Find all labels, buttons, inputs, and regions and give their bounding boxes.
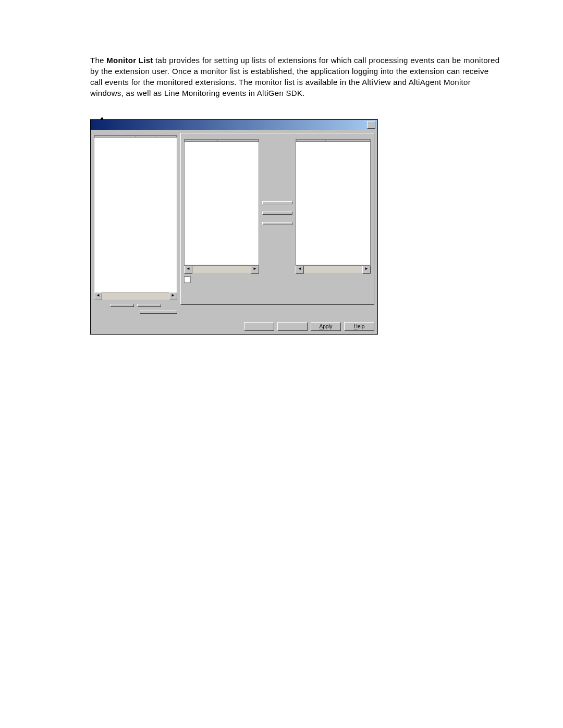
cancel-button[interactable]: [277, 322, 308, 331]
scroll-left-icon[interactable]: ◄: [184, 266, 192, 274]
monitor-list[interactable]: [184, 139, 259, 265]
col-num[interactable]: [95, 136, 115, 138]
apply-to-button[interactable]: [140, 311, 177, 314]
apply-label-rest: pply: [323, 324, 332, 329]
scrollbar-h-ml[interactable]: ◄ ►: [184, 265, 259, 273]
col-number-ma[interactable]: [297, 140, 326, 142]
scrollbar-h-ma[interactable]: ◄ ►: [296, 265, 371, 273]
close-icon[interactable]: [367, 121, 375, 129]
scrollbar-h[interactable]: ◄ ►: [94, 292, 177, 300]
tab-panel-monitor-list: ◄ ►: [180, 133, 374, 305]
ok-button[interactable]: [244, 322, 274, 331]
dialog-window: ◄ ►: [90, 119, 378, 335]
checkbox-icon[interactable]: [184, 276, 191, 283]
col-number-ml[interactable]: [185, 140, 218, 142]
extension-list[interactable]: [94, 135, 177, 292]
col-loc[interactable]: [156, 136, 176, 138]
scroll-left-icon[interactable]: ◄: [296, 266, 304, 274]
apply-button[interactable]: Apply: [311, 322, 341, 331]
col-name-ml[interactable]: [218, 140, 259, 142]
default-button[interactable]: [262, 222, 292, 225]
help-label-rest: elp: [358, 324, 364, 329]
intro-para: The Monitor List tab provides for settin…: [90, 55, 503, 98]
monitor-available-list[interactable]: [296, 139, 371, 265]
col-name[interactable]: [136, 136, 156, 138]
titlebar: [91, 120, 377, 130]
add-to-monitor-button[interactable]: [262, 201, 292, 204]
scroll-right-icon[interactable]: ►: [251, 266, 259, 274]
scroll-left-icon[interactable]: ◄: [94, 292, 102, 300]
col-name-ma[interactable]: [326, 140, 370, 142]
scroll-right-icon[interactable]: ►: [362, 266, 371, 274]
remove-from-monitor-button[interactable]: [262, 212, 292, 215]
help-button[interactable]: Help: [344, 322, 374, 331]
col-type[interactable]: [115, 136, 136, 138]
scroll-right-icon[interactable]: ►: [169, 292, 177, 300]
trunk-monitor-checkbox[interactable]: [184, 276, 371, 283]
